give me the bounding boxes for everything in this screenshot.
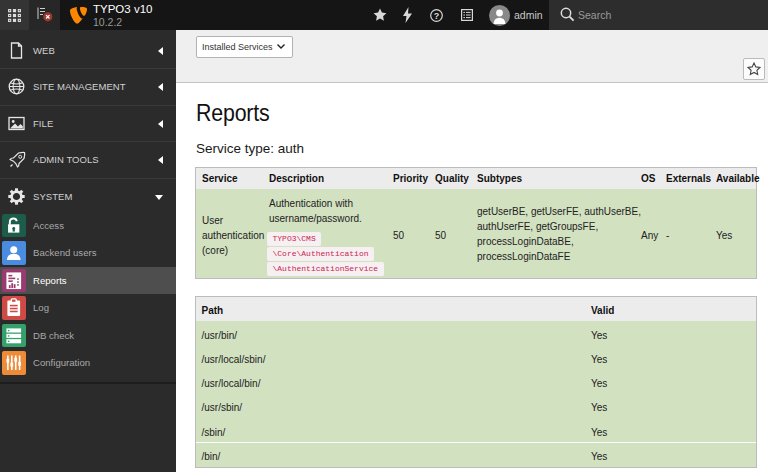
svg-text:?: ? — [434, 10, 440, 20]
